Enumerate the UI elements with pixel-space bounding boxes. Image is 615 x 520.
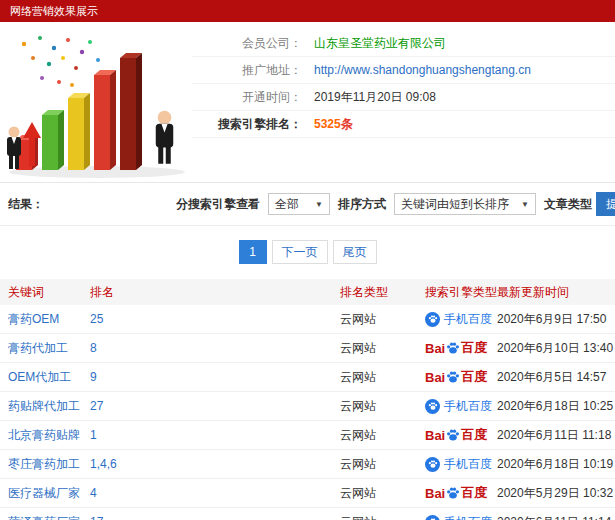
baidu-latin: Bai xyxy=(425,486,445,501)
promo-url-label: 推广地址： xyxy=(192,62,302,79)
promo-url-link[interactable]: http://www.shandonghuangshengtang.cn xyxy=(314,63,531,77)
page-title: 网络营销效果展示 xyxy=(10,5,98,17)
baidu-latin: Bai xyxy=(425,428,445,443)
last-page-button[interactable]: 尾页 xyxy=(333,240,377,264)
rank-type: 云网站 xyxy=(340,398,425,415)
baidu-cn: 百度 xyxy=(461,368,487,386)
page-title-bar: 网络营销效果展示 xyxy=(0,0,615,22)
keyword-link[interactable]: 枣庄膏药加工 xyxy=(8,457,80,471)
submit-button[interactable]: 提交 xyxy=(596,192,615,216)
baidu-paw-icon xyxy=(446,486,460,500)
mobile-baidu-icon xyxy=(425,399,440,414)
engine-label: 手机百度 xyxy=(444,514,492,520)
marketing-illustration xyxy=(2,30,192,180)
table-header-row: 关键词 排名 排名类型 搜索引擎类型 最新更新时间 xyxy=(0,279,615,305)
table-row: 枣庄膏药加工 1,4,6 云网站 手机百度 2020年6月18日 10:19 xyxy=(0,450,615,479)
filter-controls: 分搜索引擎查看 全部 ▼ 排序方式 关键词由短到长排序 ▼ 文章类型 全部 ▼ xyxy=(172,193,615,215)
sort-filter-select[interactable]: 关键词由短到长排序 ▼ xyxy=(394,193,536,215)
table-row: 医疗器械厂家 4 云网站 Bai 百度 2020年5月29日 10:32 xyxy=(0,479,615,508)
baidu-cn: 百度 xyxy=(461,426,487,444)
table-row: 北京膏药贴牌 1 云网站 Bai 百度 2020年6月11日 11:18 xyxy=(0,421,615,450)
keyword-link[interactable]: 北京膏药贴牌 xyxy=(8,428,80,442)
keyword-link[interactable]: 医疗器械厂家 xyxy=(8,486,80,500)
update-time: 2020年6月9日 17:50 xyxy=(497,311,615,328)
rank-type: 云网站 xyxy=(340,369,425,386)
update-time: 2020年6月5日 14:57 xyxy=(497,369,615,386)
table-row: 药贴牌代加工 27 云网站 手机百度 2020年6月18日 10:25 xyxy=(0,392,615,421)
rank-count-label: 搜索引擎排名： xyxy=(192,116,302,133)
info-row-rank-count: 搜索引擎排名： 5325条 xyxy=(192,111,615,138)
engine-label: 手机百度 xyxy=(444,456,492,473)
mobile-baidu-badge: 手机百度 xyxy=(425,514,492,520)
baidu-latin: Bai xyxy=(425,370,445,385)
rank-link[interactable]: 17 xyxy=(90,515,103,520)
rank-link[interactable]: 1,4,6 xyxy=(90,457,117,471)
baidu-cn: 百度 xyxy=(461,339,487,357)
keyword-link[interactable]: 膏药代加工 xyxy=(8,341,68,355)
header-rank: 排名 xyxy=(90,279,340,305)
rank-link[interactable]: 25 xyxy=(90,312,103,326)
rank-type: 云网站 xyxy=(340,311,425,328)
update-time: 2020年6月18日 10:25 xyxy=(497,398,615,415)
header-engine-type: 搜索引擎类型 xyxy=(425,279,497,305)
page-button-current[interactable]: 1 xyxy=(239,240,267,264)
rank-type: 云网站 xyxy=(340,514,425,520)
rank-type: 云网站 xyxy=(340,427,425,444)
table-row: 膏药OEM 25 云网站 手机百度 2020年6月9日 17:50 xyxy=(0,305,615,334)
update-time: 2020年6月18日 10:19 xyxy=(497,456,615,473)
engine-label: 手机百度 xyxy=(444,311,492,328)
keyword-link[interactable]: 菏泽膏药厂家 xyxy=(8,515,80,520)
info-row-open-time: 开通时间： 2019年11月20日 09:08 xyxy=(192,84,615,111)
chevron-down-icon: ▼ xyxy=(521,200,529,209)
rank-link[interactable]: 4 xyxy=(90,486,97,500)
result-label: 结果： xyxy=(8,196,44,213)
article-type-filter-label: 文章类型 xyxy=(544,196,592,213)
rank-link[interactable]: 9 xyxy=(90,370,97,384)
filter-bar: 结果： 分搜索引擎查看 全部 ▼ 排序方式 关键词由短到长排序 ▼ 文章类型 全… xyxy=(0,183,615,226)
engine-filter-label: 分搜索引擎查看 xyxy=(176,196,260,213)
mobile-baidu-badge: 手机百度 xyxy=(425,311,492,328)
baidu-logo: Bai 百度 xyxy=(425,339,487,357)
update-time: 2020年6月10日 13:40 xyxy=(497,340,615,357)
update-time: 2020年6月11日 11:18 xyxy=(497,427,615,444)
rank-link[interactable]: 8 xyxy=(90,341,97,355)
chevron-down-icon: ▼ xyxy=(315,200,323,209)
mobile-baidu-badge: 手机百度 xyxy=(425,456,492,473)
rank-type: 云网站 xyxy=(340,456,425,473)
keyword-rank-table: 关键词 排名 排名类型 搜索引擎类型 最新更新时间 膏药OEM 25 云网站 手… xyxy=(0,279,615,520)
baidu-paw-icon xyxy=(446,341,460,355)
header-keyword: 关键词 xyxy=(0,279,90,305)
mobile-baidu-icon xyxy=(425,457,440,472)
table-row: 膏药代加工 8 云网站 Bai 百度 2020年6月10日 13:40 xyxy=(0,334,615,363)
rank-count-number: 5325 xyxy=(314,117,341,131)
baidu-logo: Bai 百度 xyxy=(425,426,487,444)
rank-count-unit: 条 xyxy=(341,117,353,131)
baidu-paw-icon xyxy=(446,428,460,442)
open-time-label: 开通时间： xyxy=(192,89,302,106)
rank-type: 云网站 xyxy=(340,340,425,357)
info-row-company: 会员公司： 山东皇圣堂药业有限公司 xyxy=(192,30,615,57)
keyword-link[interactable]: 药贴牌代加工 xyxy=(8,399,80,413)
rank-link[interactable]: 1 xyxy=(90,428,97,442)
company-name-link[interactable]: 山东皇圣堂药业有限公司 xyxy=(314,35,446,52)
engine-filter-value: 全部 xyxy=(275,196,299,213)
update-time: 2020年5月29日 10:32 xyxy=(497,485,615,502)
sort-filter-label: 排序方式 xyxy=(338,196,386,213)
baidu-logo: Bai 百度 xyxy=(425,484,487,502)
keyword-link[interactable]: 膏药OEM xyxy=(8,312,59,326)
engine-filter-select[interactable]: 全部 ▼ xyxy=(268,193,330,215)
update-time: 2020年6月11日 11:14 xyxy=(497,514,615,520)
rank-link[interactable]: 27 xyxy=(90,399,103,413)
marketing-report-page: { "header": { "title": "网络营销效果展示" }, "in… xyxy=(0,0,615,520)
keyword-link[interactable]: OEM代加工 xyxy=(8,370,71,384)
account-info-list: 会员公司： 山东皇圣堂药业有限公司 推广地址： http://www.shand… xyxy=(192,22,615,138)
account-info-section: 会员公司： 山东皇圣堂药业有限公司 推广地址： http://www.shand… xyxy=(0,22,615,183)
rank-type: 云网站 xyxy=(340,485,425,502)
mobile-baidu-icon xyxy=(425,312,440,327)
baidu-paw-icon xyxy=(446,370,460,384)
table-row: 菏泽膏药厂家 17 云网站 手机百度 2020年6月11日 11:14 xyxy=(0,508,615,520)
baidu-latin: Bai xyxy=(425,341,445,356)
company-label: 会员公司： xyxy=(192,35,302,52)
next-page-button[interactable]: 下一页 xyxy=(272,240,328,264)
table-row: OEM代加工 9 云网站 Bai 百度 2020年6月5日 14:57 xyxy=(0,363,615,392)
